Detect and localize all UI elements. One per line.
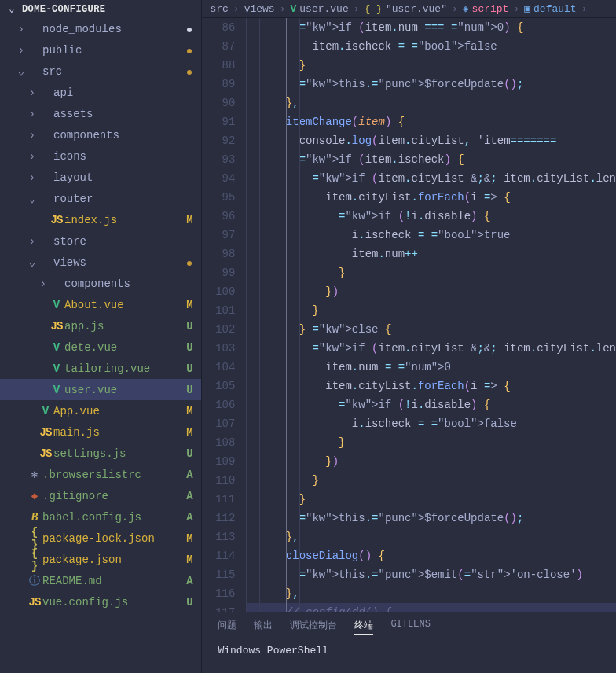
code-line[interactable]: ="kw">if (item.cityList &;&; item.cityLi… — [246, 339, 616, 358]
code-line[interactable]: }) — [246, 282, 616, 301]
code-line[interactable]: item.cityList.forEach(i => { — [246, 188, 616, 207]
file-item[interactable]: ✻.browserslistrcA — [0, 464, 201, 485]
folder-item[interactable]: ›layout — [0, 167, 201, 188]
file-item[interactable]: VAbout.vueM — [0, 294, 201, 315]
line-number: 117 — [202, 603, 235, 612]
line-number: 116 — [202, 584, 235, 603]
code-line[interactable]: i.ischeck = ="bool">true — [246, 226, 616, 245]
breadcrumb[interactable]: src› views›V user.vue›{ } "user.vue"›◈ s… — [202, 0, 616, 18]
code-line[interactable]: item.num++ — [246, 245, 616, 263]
braces-icon: { } — [365, 3, 383, 15]
code-line[interactable]: ="kw">if (item.ischeck) { — [246, 150, 616, 169]
code-line[interactable]: closeDialog() { — [246, 546, 616, 565]
breadcrumb-item[interactable]: ◈ script — [463, 2, 509, 15]
panel-tab[interactable]: 输出 — [254, 619, 273, 635]
git-status: A — [182, 469, 196, 481]
vue-icon: V — [38, 405, 53, 417]
item-label: vue.config.js — [42, 596, 182, 609]
panel-tab[interactable]: 问题 — [218, 619, 236, 635]
line-number: 86 — [202, 18, 235, 37]
item-label: components — [53, 129, 182, 142]
line-number: 92 — [202, 131, 235, 150]
file-item[interactable]: VApp.vueM — [0, 400, 201, 421]
folder-item[interactable]: ›api — [0, 82, 201, 103]
item-label: public — [42, 44, 182, 57]
file-item[interactable]: Vdete.vueU — [0, 336, 201, 358]
file-tree: ›node_modules›public⌄src›api›assets›comp… — [0, 18, 201, 673]
code-content[interactable]: ="kw">if (item.num === ="num">0) { item.… — [246, 18, 616, 612]
code-line[interactable]: ="kw">if (item.num === ="num">0) { — [246, 18, 616, 37]
folder-item[interactable]: ⌄views — [0, 252, 201, 273]
breadcrumb-item[interactable]: { } "user.vue" — [365, 3, 447, 15]
file-item[interactable]: JSvue.config.jsU — [0, 591, 201, 612]
line-number: 97 — [202, 226, 235, 245]
panel-tab[interactable]: 终端 — [354, 619, 373, 635]
file-item[interactable]: JSsettings.jsU — [0, 443, 201, 464]
folder-item[interactable]: ›components — [0, 124, 201, 145]
code-line[interactable]: } — [246, 433, 616, 452]
breadcrumb-label: user.vue — [299, 3, 348, 15]
line-number: 110 — [202, 471, 235, 490]
code-line[interactable]: } — [246, 263, 616, 282]
terminal-body[interactable]: Windows PowerShell — [202, 638, 616, 663]
folder-item[interactable]: ⌄router — [0, 188, 201, 209]
code-line[interactable]: } — [246, 471, 616, 490]
code-line[interactable]: ="kw">this.="punc">$emit(="str">'on-clos… — [246, 565, 616, 584]
breadcrumb-label: views — [244, 3, 275, 15]
file-item[interactable]: Vuser.vueU — [0, 379, 201, 400]
code-line[interactable]: } — [246, 490, 616, 509]
folder-item[interactable]: ›public — [0, 39, 201, 61]
code-line[interactable]: ="kw">if (!i.disable) { — [246, 395, 616, 414]
breadcrumb-item[interactable]: ▣ default — [524, 2, 576, 15]
item-label: .gitignore — [42, 490, 182, 502]
file-item[interactable]: { }package.jsonM — [0, 549, 201, 570]
file-item[interactable]: Vtailoring.vueU — [0, 358, 201, 379]
code-line[interactable]: ="kw">this.="punc">$forceUpdate(); — [246, 75, 616, 94]
folder-item[interactable]: ⌄src — [0, 61, 201, 82]
code-line[interactable]: ="kw">if (!i.disable) { — [246, 207, 616, 226]
code-line[interactable]: ="kw">this.="punc">$forceUpdate(); — [246, 509, 616, 528]
code-line[interactable]: i.ischeck = ="bool">false — [246, 414, 616, 433]
vue-icon: V — [49, 362, 64, 375]
code-line[interactable]: ="kw">if (item.cityList &;&; item.cityLi… — [246, 169, 616, 188]
code-line[interactable]: console.log(item.cityList, 'item======= — [246, 131, 616, 150]
file-item[interactable]: Bbabel.config.jsA — [0, 506, 201, 528]
code-line[interactable]: itemChange(item) { — [246, 112, 616, 131]
code-line[interactable]: } — [246, 301, 616, 320]
breadcrumb-label: script — [472, 3, 509, 15]
code-line[interactable]: // configAdd() { — [246, 603, 616, 612]
code-line[interactable]: }, — [246, 528, 616, 546]
panel-tab[interactable]: GITLENS — [390, 619, 430, 635]
chevron-right-icon: › — [452, 3, 458, 15]
file-item[interactable]: JSapp.jsU — [0, 315, 201, 336]
line-number: 91 — [202, 112, 235, 131]
explorer-header[interactable]: ⌄ DOME-CONFIGURE — [0, 0, 201, 18]
folder-item[interactable]: ›node_modules — [0, 18, 201, 39]
breadcrumb-item[interactable]: V user.vue — [290, 3, 348, 15]
git-status: U — [182, 341, 196, 354]
folder-item[interactable]: ›icons — [0, 145, 201, 167]
breadcrumb-item[interactable]: src — [210, 3, 228, 15]
folder-item[interactable]: ›store — [0, 230, 201, 252]
code-line[interactable]: }) — [246, 452, 616, 471]
file-item[interactable]: JSmain.jsM — [0, 421, 201, 443]
chevron-right-icon: › — [354, 3, 360, 15]
file-item[interactable]: ⓘREADME.mdA — [0, 570, 201, 591]
folder-item[interactable]: ›components — [0, 273, 201, 294]
code-editor[interactable]: 8687888990919293949596979899100101102103… — [202, 18, 616, 612]
code-line[interactable]: } ="kw">else { — [246, 320, 616, 339]
code-line[interactable]: item.cityList.forEach(i => { — [246, 377, 616, 395]
code-line[interactable]: }, — [246, 584, 616, 603]
code-line[interactable]: item.num = ="num">0 — [246, 358, 616, 377]
code-line[interactable]: } — [246, 56, 616, 75]
line-number: 94 — [202, 169, 235, 188]
code-line[interactable]: item.ischeck = ="bool">false — [246, 37, 616, 56]
file-item[interactable]: JSindex.jsM — [0, 209, 201, 230]
panel-tab[interactable]: 调试控制台 — [290, 619, 337, 635]
code-line[interactable]: }, — [246, 94, 616, 112]
breadcrumb-item[interactable]: views — [244, 3, 275, 15]
file-item[interactable]: ◆.gitignoreA — [0, 485, 201, 506]
file-item[interactable]: { }package-lock.jsonM — [0, 528, 201, 549]
git-status: M — [182, 405, 196, 417]
folder-item[interactable]: ›assets — [0, 103, 201, 124]
